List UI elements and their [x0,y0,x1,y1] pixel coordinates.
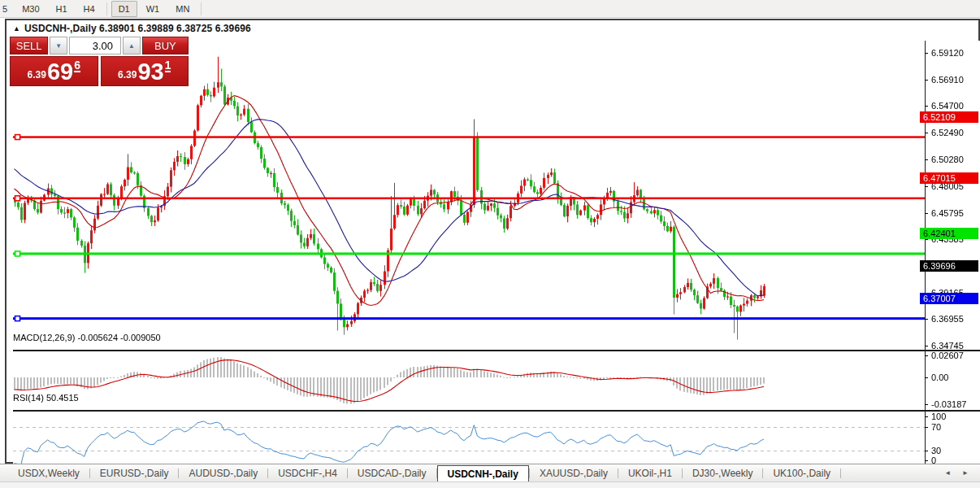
chart-tab-usdx-weekly[interactable]: USDX,Weekly [8,464,89,481]
volume-input[interactable] [69,37,121,54]
chart-tab-usdcnh-daily[interactable]: USDCNH-,Daily [437,465,529,481]
chart-title-text: USDCNH-,Daily 6.38901 6.39889 6.38725 6.… [24,23,251,34]
chart-tab-usdchf-h4[interactable]: USDCHF-,H4 [268,464,347,481]
application-window: 5M30H1H4D1W1MN ▲USDCNH-,Daily 6.38901 6.… [0,0,980,488]
chart-tab-eurusd-daily[interactable]: EURUSD-,Daily [90,464,179,481]
toolbar-separator [201,2,202,15]
current-price-label: 6.39696 [920,260,978,272]
spin-down-icon: ▼ [55,42,62,50]
price-level-label-4: 6.37007 [920,293,978,304]
chart-tab-usdcad-daily[interactable]: USDCAD-,Daily [348,464,436,481]
buy-quote-tile[interactable]: 6.39 93 1 [101,56,189,86]
timeframe-button-h1[interactable]: H1 [49,1,75,17]
price-chart-canvas[interactable] [13,41,980,482]
buy-price-sup: 1 [165,59,171,72]
sell-price-big: 69 [47,60,73,84]
trade-panel-toggle-icon[interactable]: ▲ [13,24,20,33]
volume-increment-button[interactable]: ▲ [123,37,141,54]
price-level-label-2: 6.47015 [920,172,978,184]
spin-up-icon: ▲ [128,42,135,50]
sell-price-prefix: 6.39 [28,69,46,81]
buy-price-big: 93 [137,60,163,84]
macd-indicator-label: MACD(12,26,9) -0.005624 -0.009050 [13,333,161,342]
timeframe-button-mn[interactable]: MN [168,1,197,17]
chart-tab-dj30-weekly[interactable]: DJ30-,Weekly [683,464,762,481]
price-level-label-1: 6.52109 [920,111,978,123]
timeframe-toolbar: 5M30H1H4D1W1MN [0,0,980,18]
timeframe-button-d1[interactable]: D1 [111,1,137,17]
tab-scroll-left-icon[interactable]: ◄ [944,469,951,477]
volume-decrement-button[interactable]: ▼ [50,37,67,54]
chart-tab-uk100-daily[interactable]: UK100-,Daily [763,464,840,481]
chart-title: ▲USDCNH-,Daily 6.38901 6.39889 6.38725 6… [13,23,251,34]
toolbar-separator [106,2,107,15]
timeframe-button-m30[interactable]: M30 [15,1,46,17]
sell-quote-tile[interactable]: 6.39 69 6 [10,56,98,86]
timeframe-button-h4[interactable]: H4 [76,1,102,17]
sell-price-sup: 6 [74,59,80,72]
buy-button[interactable]: BUY [142,37,189,54]
chart-tab-ukoil-h1[interactable]: UKOil-,H1 [618,464,682,481]
chart-tab-xauusd-daily[interactable]: XAUUSD-,Daily [530,464,618,481]
chart-tab-audusd-daily[interactable]: AUDUSD-,Daily [179,464,267,481]
status-strip [0,481,980,488]
rsi-indicator-label: RSI(14) 50.4515 [13,393,79,403]
timeframe-button-5[interactable]: 5 [1,1,13,17]
symbol-tab-bar: USDX,WeeklyEURUSD-,DailyAUDUSD-,DailyUSD… [0,464,980,481]
tab-separator [840,468,841,478]
sell-button[interactable]: SELL [10,37,48,54]
timeframe-button-w1[interactable]: W1 [139,1,167,17]
buy-price-prefix: 6.39 [118,69,137,81]
price-level-label-3: 6.42401 [920,228,978,239]
tab-scroll-right-icon[interactable]: ► [962,469,969,477]
one-click-trade-widget: SELL ▼ ▲ BUY 6.39 69 6 6.39 93 1 [10,37,189,86]
